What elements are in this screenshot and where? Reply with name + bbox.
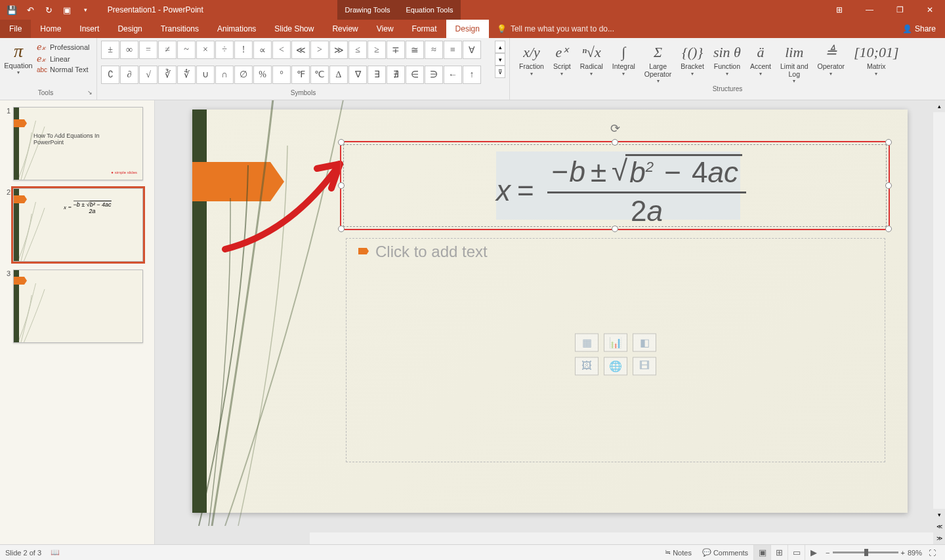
symbol-button[interactable]: ↑ [463,66,481,84]
symbol-button[interactable]: ± [101,41,119,59]
fit-to-window-icon[interactable]: ⛶ [929,549,936,557]
symbol-button[interactable]: ∓ [387,41,405,59]
tab-view[interactable]: View [368,20,403,38]
minimize-icon[interactable]: — [854,0,885,20]
tab-slide-show[interactable]: Slide Show [265,20,323,38]
slide-thumbnails-panel[interactable]: 1 How To Add Equations In PowerPoint ● s… [0,100,155,544]
dropdown-icon[interactable]: ▾ [530,71,533,77]
linear-button[interactable]: ℯ𝓍Linear [37,54,90,64]
normal-view-icon[interactable]: ▣ [753,545,770,561]
comments-button[interactable]: 💬Comments [697,545,753,561]
symbol-button[interactable]: ∇ [348,66,367,84]
symbol-button[interactable]: ≡ [444,41,462,59]
symbol-button[interactable]: ∛ [158,66,177,84]
structure-bracket[interactable]: {()}Bracket▾ [678,41,707,85]
symbol-button[interactable]: ≈ [425,41,443,59]
symbol-button[interactable]: ∈ [406,66,424,84]
scroll-up-icon[interactable]: ▴ [933,100,945,112]
insert-smartart-icon[interactable]: ◧ [633,333,656,351]
share-button[interactable]: 👤 Share [893,24,945,33]
structure-function[interactable]: sin θFunction▾ [711,41,744,85]
equation-dropdown-icon[interactable]: ▾ [17,70,20,75]
ribbon-display-options-icon[interactable]: ⊞ [824,0,854,20]
tab-review[interactable]: Review [323,20,367,38]
dropdown-icon[interactable]: ▾ [590,71,593,77]
structure-operator[interactable]: ≜Operator▾ [815,41,847,85]
symbol-button[interactable]: × [196,41,215,59]
symbol-button[interactable]: ← [444,66,462,84]
symbol-button[interactable]: ≅ [406,41,424,59]
scroll-down-icon[interactable]: ▾ [933,509,945,521]
reading-view-icon[interactable]: ▭ [788,545,805,561]
structure-integral[interactable]: ∫Integral▾ [610,41,638,85]
symbol-button[interactable]: ≤ [348,41,367,59]
symbols-more-icon[interactable]: ⊽ [495,66,505,78]
symbol-button[interactable]: ℃ [310,66,329,84]
zoom-level[interactable]: 89% [908,549,922,557]
tab-equation-design[interactable]: Design [446,20,489,38]
dropdown-icon[interactable]: ▾ [759,71,762,77]
zoom-out-icon[interactable]: − [826,549,830,557]
structure-accent[interactable]: äAccent▾ [747,41,774,85]
symbols-scroll-down-icon[interactable]: ▾ [495,53,505,66]
symbol-button[interactable]: ∋ [425,66,443,84]
tell-me-search[interactable]: 💡 Tell me what you want to do... [489,24,893,33]
tab-home[interactable]: Home [31,20,70,38]
structure-limit-and-log[interactable]: limLimit and Log▾ [778,41,811,85]
symbol-button[interactable]: ∞ [120,41,138,59]
symbol-button[interactable]: ∅ [234,66,253,84]
symbol-button[interactable]: < [272,41,291,59]
tab-file[interactable]: File [0,20,31,38]
tab-transitions[interactable]: Transitions [152,20,208,38]
zoom-in-icon[interactable]: + [901,549,905,557]
symbol-button[interactable]: ≠ [158,41,177,59]
tab-animations[interactable]: Animations [208,20,265,38]
symbol-button[interactable]: ∃ [368,66,386,84]
professional-button[interactable]: ℯ𝓍Professional [37,42,90,52]
notes-button[interactable]: ≒Notes [660,545,697,561]
symbol-button[interactable]: ° [272,66,291,84]
resize-handle[interactable] [885,182,892,189]
symbol-button[interactable]: ≥ [368,41,386,59]
symbol-button[interactable]: ∀ [463,41,481,59]
symbol-button[interactable]: ~ [177,41,196,59]
equation-button[interactable]: π Equation ▾ [4,41,33,89]
dropdown-icon[interactable]: ▾ [560,71,563,77]
normal-text-button[interactable]: abcNormal Text [37,66,90,73]
insert-table-icon[interactable]: ▦ [575,333,598,351]
slide-editor[interactable]: ⟳ x = −b ± √ [155,100,945,544]
symbol-button[interactable]: ∆ [329,66,348,84]
horizontal-scrollbar[interactable] [310,532,933,544]
tools-launcher-icon[interactable]: ↘ [87,89,93,96]
dropdown-icon[interactable]: ▾ [726,71,728,77]
prev-slide-icon[interactable]: ≪ [933,521,945,532]
symbol-button[interactable]: ≪ [291,41,310,59]
slide-canvas[interactable]: ⟳ x = −b ± √ [192,110,908,513]
content-placeholder[interactable]: Click to add text ▦ 📊 ◧ 🖼 🌐 🎞 [346,238,885,462]
tab-insert[interactable]: Insert [70,20,108,38]
symbol-button[interactable]: ∁ [101,66,119,84]
equation-text-box[interactable]: ⟳ x = −b ± √ [340,141,890,230]
symbol-button[interactable]: ∩ [215,66,234,84]
slideshow-view-icon[interactable]: ▶ [805,545,822,561]
symbol-button[interactable]: = [139,41,158,59]
symbol-button[interactable]: ! [234,41,253,59]
zoom-thumb[interactable] [864,549,868,556]
structure-fraction[interactable]: x/yFraction▾ [516,41,547,85]
dropdown-icon[interactable]: ▾ [793,78,795,84]
symbol-button[interactable]: ≫ [329,41,348,59]
resize-handle[interactable] [338,182,345,189]
dropdown-icon[interactable]: ▾ [691,71,694,77]
symbol-button[interactable]: % [253,66,272,84]
next-slide-icon[interactable]: ≫ [933,532,945,544]
structure-radical[interactable]: ⁿ√xRadical▾ [578,41,606,85]
equation-tools-tab[interactable]: Equation Tools [398,0,461,20]
symbol-button[interactable]: ∪ [196,66,215,84]
slide-indicator[interactable]: Slide 2 of 3 [5,549,41,557]
restore-icon[interactable]: ❐ [885,0,915,20]
dropdown-icon[interactable]: ▾ [657,78,660,84]
symbol-button[interactable]: ∂ [120,66,138,84]
resize-handle[interactable] [612,226,618,232]
dropdown-icon[interactable]: ▾ [875,71,877,77]
dropdown-icon[interactable]: ▾ [622,71,625,77]
